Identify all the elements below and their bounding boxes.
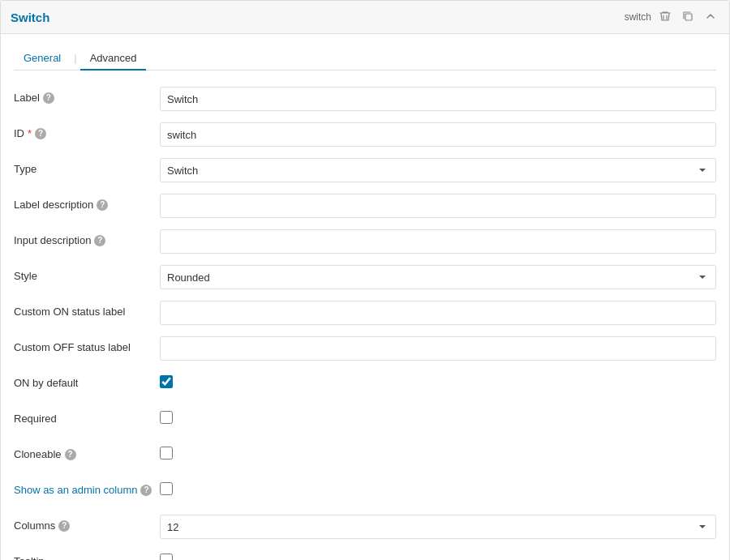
input-description-row: Input description ?	[14, 229, 716, 254]
on-by-default-control	[160, 372, 716, 388]
label-input[interactable]	[160, 87, 716, 111]
input-desc-help-icon[interactable]: ?	[94, 235, 105, 246]
cloneable-row: Cloneable ?	[14, 443, 716, 468]
widget-container: Switch switch	[0, 0, 730, 560]
columns-select[interactable]: 123 456 789 101112	[160, 515, 716, 539]
id-label: ID* ?	[14, 122, 160, 139]
delete-button[interactable]	[656, 9, 674, 25]
columns-control: 123 456 789 101112	[160, 515, 716, 539]
columns-label: Columns ?	[14, 515, 160, 532]
custom-off-row: Custom OFF status label	[14, 336, 716, 361]
label-description-row: Label description ?	[14, 194, 716, 218]
custom-off-input[interactable]	[160, 336, 716, 361]
tab-advanced[interactable]: Advanced	[80, 47, 147, 71]
id-row: ID* ?	[14, 122, 716, 147]
widget-body: General | Advanced Label ? ID* ?	[1, 34, 729, 560]
admin-column-control	[160, 479, 716, 495]
label-control	[160, 87, 716, 111]
label-row: Label ?	[14, 87, 716, 111]
admin-column-row: Show as an admin column ?	[14, 479, 716, 503]
svg-rect-0	[685, 14, 692, 20]
type-label: Type	[14, 158, 160, 175]
label-description-control	[160, 194, 716, 218]
type-control: Switch Toggle Checkbox	[160, 158, 716, 182]
style-select[interactable]: Rounded Square Default	[160, 265, 716, 289]
style-label: Style	[14, 265, 160, 282]
admin-column-label: Show as an admin column ?	[14, 479, 160, 496]
admin-column-help-icon[interactable]: ?	[140, 485, 152, 496]
required-star: *	[28, 127, 32, 139]
widget-header: Switch switch	[1, 1, 729, 34]
custom-on-label: Custom ON status label	[14, 301, 160, 318]
input-description-label: Input description ?	[14, 229, 160, 246]
style-control: Rounded Square Default	[160, 265, 716, 289]
cloneable-control	[160, 443, 716, 460]
tab-divider: |	[71, 47, 79, 70]
custom-off-control	[160, 336, 716, 361]
label-desc-help-icon[interactable]: ?	[97, 199, 108, 211]
style-row: Style Rounded Square Default	[14, 265, 716, 289]
type-row: Type Switch Toggle Checkbox	[14, 158, 716, 182]
label-label: Label ?	[14, 87, 160, 104]
tooltip-control	[160, 550, 716, 560]
id-input[interactable]	[160, 122, 716, 147]
tooltip-label: Tooltip	[14, 550, 160, 560]
custom-on-control	[160, 301, 716, 325]
cloneable-help-icon[interactable]: ?	[65, 449, 76, 460]
required-control	[160, 408, 716, 424]
on-by-default-label: ON by default	[14, 372, 160, 389]
columns-row: Columns ? 123 456 789 101112	[14, 515, 716, 539]
custom-off-label: Custom OFF status label	[14, 336, 160, 353]
admin-column-checkbox[interactable]	[160, 482, 173, 495]
label-description-input[interactable]	[160, 194, 716, 218]
on-by-default-row: ON by default	[14, 372, 716, 396]
label-description-label: Label description ?	[14, 194, 160, 211]
input-description-control	[160, 229, 716, 254]
input-description-input[interactable]	[160, 229, 716, 254]
cloneable-checkbox[interactable]	[160, 447, 173, 460]
custom-on-row: Custom ON status label	[14, 301, 716, 325]
tooltip-row: Tooltip	[14, 550, 716, 560]
widget-title: Switch	[11, 11, 49, 24]
required-label: Required	[14, 408, 160, 425]
widget-id-label: switch	[625, 11, 651, 23]
required-row: Required	[14, 408, 716, 432]
id-help-icon[interactable]: ?	[35, 128, 46, 139]
tab-general[interactable]: General	[14, 47, 71, 71]
label-help-icon[interactable]: ?	[43, 92, 54, 104]
header-actions: switch	[625, 9, 719, 25]
required-checkbox[interactable]	[160, 411, 173, 424]
tooltip-checkbox[interactable]	[160, 554, 173, 560]
tabs: General | Advanced	[14, 47, 716, 71]
columns-help-icon[interactable]: ?	[58, 520, 70, 532]
collapse-button[interactable]	[702, 9, 719, 25]
on-by-default-checkbox[interactable]	[160, 375, 173, 388]
cloneable-label: Cloneable ?	[14, 443, 160, 460]
id-control	[160, 122, 716, 147]
custom-on-input[interactable]	[160, 301, 716, 325]
type-select[interactable]: Switch Toggle Checkbox	[160, 158, 716, 182]
copy-button[interactable]	[679, 9, 697, 25]
